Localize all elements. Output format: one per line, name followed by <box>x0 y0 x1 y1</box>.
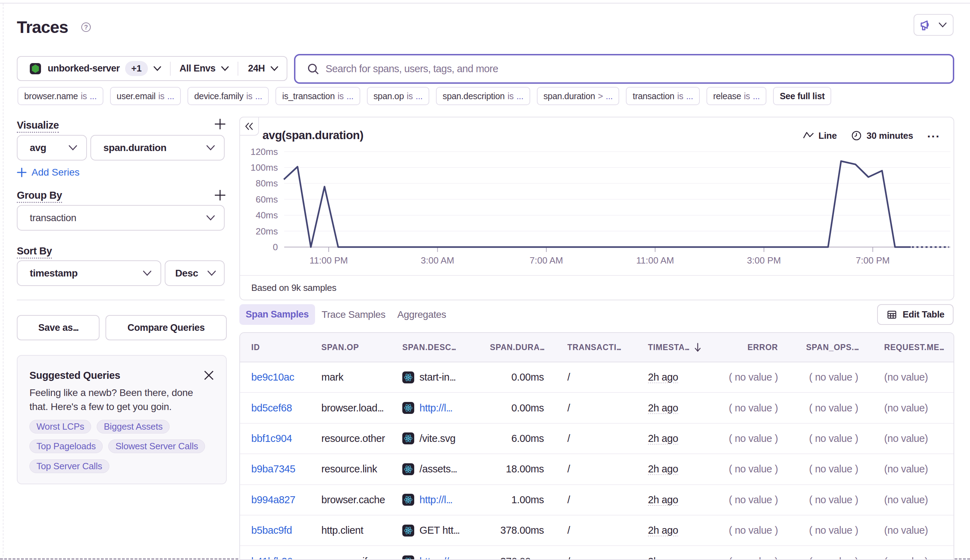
svg-text:60ms: 60ms <box>255 194 278 205</box>
svg-text:11:00 PM: 11:00 PM <box>310 255 348 266</box>
svg-text:40ms: 40ms <box>255 210 278 220</box>
svg-text:7:00 AM: 7:00 AM <box>530 255 563 266</box>
svg-text:0: 0 <box>273 242 278 252</box>
svg-text:120ms: 120ms <box>250 147 278 157</box>
svg-text:100ms: 100ms <box>250 162 278 173</box>
svg-text:20ms: 20ms <box>255 226 278 237</box>
svg-text:3:00 PM: 3:00 PM <box>747 255 781 266</box>
svg-text:11:00 AM: 11:00 AM <box>637 255 674 266</box>
svg-text:3:00 AM: 3:00 AM <box>421 255 454 266</box>
svg-text:7:00 PM: 7:00 PM <box>856 255 890 266</box>
svg-text:80ms: 80ms <box>255 178 278 188</box>
